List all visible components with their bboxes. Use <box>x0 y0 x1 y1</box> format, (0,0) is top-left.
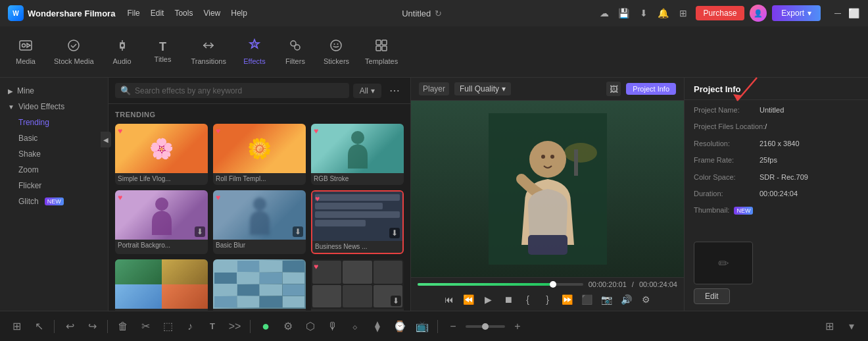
toolbar-toggle-btn[interactable]: ⊞ <box>7 317 26 336</box>
zoom-out-btn[interactable]: − <box>443 317 463 336</box>
cloud-upload-icon[interactable]: ☁ <box>597 6 612 20</box>
audio-keyframe-btn[interactable]: ♪ <box>180 317 200 336</box>
project-info-rows: Project Name: Untitled Project Files Loc… <box>685 100 868 239</box>
step-back-button[interactable]: ⏪ <box>460 291 477 308</box>
minimize-button[interactable]: ─ <box>831 7 844 20</box>
progress-bar[interactable] <box>418 283 583 286</box>
effect-card-business-news[interactable]: ♥ ⬇ Business News ... <box>311 190 404 254</box>
effect-card-tv-wall[interactable]: ♥ ⬇ TV Wall <box>311 259 404 311</box>
effect-card-simple-life[interactable]: 🌸 ♥ Simple Life Vlog... <box>115 124 208 185</box>
effect-card-rgb-stroke[interactable]: ♥ RGB Stroke <box>311 124 404 185</box>
menu-edit[interactable]: Edit <box>151 9 164 18</box>
effects-search-input[interactable] <box>135 86 344 95</box>
effect-card-roll-film[interactable]: 🌼 ♥ Roll Film Templ... <box>213 124 306 185</box>
zoom-in-btn[interactable]: + <box>508 317 527 336</box>
download-icon[interactable]: ⬇ <box>637 6 651 20</box>
quality-selector[interactable]: Full Quality ▾ <box>454 82 511 95</box>
audio-btn[interactable]: 🔊 <box>618 291 635 308</box>
portrait-download-icon[interactable]: ⬇ <box>195 226 205 237</box>
filter-all-button[interactable]: All ▾ <box>353 84 381 98</box>
toolbar-stickers[interactable]: Stickers <box>317 34 356 69</box>
layout-options-btn[interactable]: ▾ <box>842 317 861 336</box>
info-row-thumbnail: Thumbnail: NEW <box>694 205 859 215</box>
user-avatar[interactable]: 👤 <box>750 5 767 22</box>
sidebar-mine[interactable]: ▶ Mine <box>0 83 108 99</box>
basic-blur-download-icon[interactable]: ⬇ <box>293 226 303 237</box>
portrait-heart-icon: ♥ <box>118 193 122 202</box>
screen-record-btn[interactable]: 📺 <box>412 317 432 336</box>
delete-btn[interactable]: 🗑 <box>113 317 133 336</box>
save-icon[interactable]: 💾 <box>617 6 631 20</box>
more-tools-btn[interactable]: >> <box>225 317 245 336</box>
sidebar-item-shake[interactable]: Shake <box>0 146 108 162</box>
select-tool-btn[interactable]: ↖ <box>29 317 49 336</box>
sidebar-item-glitch[interactable]: Glitch NEW <box>0 194 108 209</box>
mask-btn[interactable]: ⬡ <box>301 317 320 336</box>
menu-tools[interactable]: Tools <box>174 9 193 18</box>
sidebar-item-trending[interactable]: Trending <box>0 115 108 130</box>
project-name[interactable]: Untitled <box>402 9 431 18</box>
menu-view[interactable]: View <box>203 9 220 18</box>
mosaic-thumb <box>213 259 306 309</box>
effect-card-portrait-bg[interactable]: ♥ ⬇ Portrait Backgro... <box>115 190 208 254</box>
maximize-button[interactable]: ⬜ <box>847 7 860 20</box>
toolbar-media[interactable]: Media <box>7 34 45 69</box>
player-screenshot-icon[interactable]: 🖼 <box>606 82 621 96</box>
sidebar-video-effects-section: ▼ Video Effects Trending Basic Shake Zoo… <box>0 99 108 209</box>
layout-grid-btn[interactable]: ⊞ <box>819 317 839 336</box>
simple-life-label: Simple Life Vlog... <box>115 173 208 185</box>
text-btn[interactable]: T <box>203 317 222 336</box>
thumbnail-box[interactable]: ✏ <box>694 242 753 284</box>
business-download-icon[interactable]: ⬇ <box>389 228 400 238</box>
mark-out-button[interactable]: } <box>539 291 556 308</box>
sidebar-item-flicker[interactable]: Flicker <box>0 178 108 194</box>
redo-btn[interactable]: ↪ <box>82 317 102 336</box>
sidebar-video-effects[interactable]: ▼ Video Effects <box>0 99 108 115</box>
zoom-track[interactable] <box>466 325 505 328</box>
skip-back-button[interactable]: ⏮ <box>441 291 458 308</box>
export-button[interactable]: Export ▾ <box>772 5 821 21</box>
toolbar-stock-media[interactable]: Stock Media <box>47 34 101 69</box>
stop-button[interactable]: ⏹ <box>500 291 517 308</box>
mark-in-button[interactable]: { <box>519 291 537 308</box>
crop-btn[interactable]: ⬚ <box>158 317 178 336</box>
toolbar-filters[interactable]: Filters <box>276 34 314 69</box>
glitch-label: Glitch <box>18 197 39 206</box>
notification-icon[interactable]: 🔔 <box>656 6 671 20</box>
toolbar-templates[interactable]: Templates <box>358 34 404 69</box>
clip-button[interactable]: ⏩ <box>559 291 576 308</box>
mic-btn[interactable]: 🎙 <box>323 317 343 336</box>
purchase-button[interactable]: Purchase <box>696 6 745 20</box>
effect-card-four-seasons[interactable]: Four Seasons <box>115 259 208 311</box>
undo-btn[interactable]: ↩ <box>60 317 80 336</box>
more-options-button[interactable]: ⋯ <box>385 83 404 98</box>
play-button[interactable]: ▶ <box>480 291 497 308</box>
toolbar-effects[interactable]: Effects <box>235 34 274 69</box>
subtitle-btn[interactable]: ⬦ <box>345 317 365 336</box>
toolbar-transitions[interactable]: Transitions <box>185 34 233 69</box>
toolbar-titles[interactable]: T Titles <box>144 37 182 67</box>
svg-point-22 <box>550 155 554 159</box>
menu-help[interactable]: Help <box>231 9 247 18</box>
speed-btn[interactable]: ⌚ <box>390 317 410 336</box>
effect-card-basic-blur[interactable]: ♥ ⬇ Basic Blur <box>213 190 306 254</box>
menu-file[interactable]: File <box>127 9 139 18</box>
effect-card-mosaic[interactable]: Mosaic <box>213 259 306 311</box>
camera-button[interactable]: 📷 <box>598 291 615 308</box>
edit-button[interactable]: Edit <box>694 288 730 304</box>
tv-wall-download-icon[interactable]: ⬇ <box>391 296 401 306</box>
toolbar-audio[interactable]: Audio <box>103 34 141 69</box>
sidebar-item-zoom[interactable]: Zoom <box>0 162 108 178</box>
apps-icon[interactable]: ⊞ <box>676 6 690 20</box>
add-clip-button[interactable]: ⬛ <box>579 291 596 308</box>
stickers-icon <box>329 38 343 55</box>
sidebar-item-basic[interactable]: Basic <box>0 130 108 146</box>
refresh-icon[interactable]: ↻ <box>435 9 442 18</box>
project-info-button[interactable]: Project Info <box>626 83 676 95</box>
settings-btn-2[interactable]: ⚙ <box>278 317 298 336</box>
record-btn[interactable]: ● <box>256 317 276 336</box>
settings-btn[interactable]: ⚙ <box>638 291 655 308</box>
keyframe-btn[interactable]: ⧫ <box>368 317 387 336</box>
sidebar-collapse-btn[interactable]: ◀ <box>101 132 108 147</box>
scissors-btn[interactable]: ✂ <box>135 317 155 336</box>
